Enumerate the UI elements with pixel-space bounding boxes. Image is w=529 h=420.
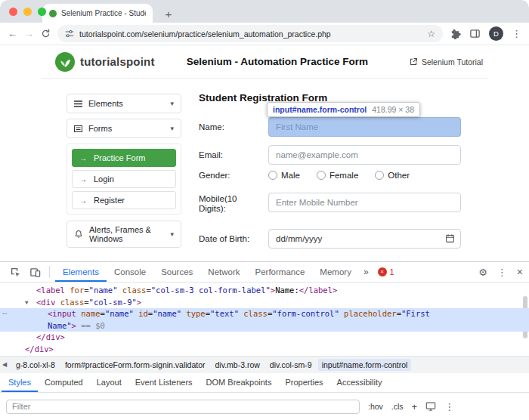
close-window-button[interactable] [9,8,17,16]
url-text: tutorialspoint.com/selenium/practice/sel… [79,29,422,39]
address-bar[interactable]: tutorialspoint.com/selenium/practice/sel… [57,25,443,42]
zoom-window-button[interactable] [38,8,46,16]
styles-tab-computed[interactable]: Computed [38,373,90,392]
email-row: Email: [199,145,472,165]
styles-more-icon[interactable]: ⋮ [444,402,454,412]
side-panel-icon[interactable] [469,28,481,39]
name-input[interactable] [268,117,461,137]
alerts-label: Alerts, Frames & Windows [89,225,159,243]
device-toolbar-icon[interactable] [26,267,44,278]
breadcrumb-item[interactable]: g-8.col-xl-8 [12,359,59,371]
sidebar-item-register[interactable]: → Register [72,191,176,209]
elements-tree: <label for="name" class="col-sm-3 col-fo… [0,283,529,356]
radio-circle-icon[interactable] [317,171,326,180]
line-actions-icon[interactable]: … [2,306,8,318]
registration-form: Student Registration Form input#name.for… [199,91,472,261]
tab-title: Selenium Practice - Student F [61,9,146,17]
breadcrumb-item[interactable]: input#name.form-control [318,359,412,371]
forms-accordion-body: → Practice Form → Login → Register [67,144,181,215]
browser-tab[interactable]: Selenium Practice - Student F [42,4,153,23]
mobile-input[interactable] [268,193,461,212]
radio-other[interactable]: Other [375,171,410,180]
settings-gear-icon[interactable]: ⚙ [478,267,487,277]
toolbar-divider [49,266,50,278]
dom-tree-line[interactable]: ▼<div class="col-sm-9"> [0,297,529,309]
email-input[interactable] [268,145,461,165]
external-link-icon [410,57,418,66]
dob-label: Date of Birth: [199,229,249,249]
class-toggle[interactable]: .cls [391,402,404,411]
hover-state-toggle[interactable]: :hov [368,402,383,411]
breadcrumb-item[interactable]: form#practiceForm.form-signin.validator [61,359,209,371]
sidebar-item-alerts-frames-windows[interactable]: Alerts, Frames & Windows ▾ [67,221,181,248]
name-input-wrap [268,117,461,137]
dom-tree-line[interactable]: </div> [0,332,529,344]
styles-tab-event-listeners[interactable]: Event Listeners [128,373,200,392]
devtools-actions: ⚙ ⋮ × [478,267,523,277]
selenium-tutorial-link[interactable]: Selenium Tutorial [410,57,483,66]
radio-circle-icon[interactable] [375,171,384,180]
dom-tree-line[interactable]: <label for="name" class="col-sm-3 col-fo… [0,285,529,297]
dob-input[interactable] [268,229,461,249]
styles-tab-layout[interactable]: Layout [90,373,128,392]
sidebar-item-forms[interactable]: Forms ▾ [67,119,181,138]
other-label: Other [388,171,410,180]
arrow-right-icon: → [79,154,87,162]
devtools-tab-sources[interactable]: Sources [153,262,200,282]
profile-avatar[interactable]: D [489,26,503,41]
radio-male[interactable]: Male [268,171,300,180]
site-settings-icon[interactable] [65,29,74,39]
brand-name: tutorialspoint [80,55,155,68]
expand-arrow-icon[interactable]: ▼ [25,297,36,309]
bookmark-star-icon[interactable]: ☆ [427,29,435,39]
styles-filter-input[interactable] [6,400,360,414]
devtools-tab-performance[interactable]: Performance [248,262,313,282]
devtools-tab-list: ElementsConsoleSourcesNetworkPerformance… [55,262,359,282]
more-tabs-icon[interactable]: » [360,267,372,277]
styles-tab-properties[interactable]: Properties [278,373,329,392]
breadcrumb-item[interactable]: div.mb-3.row [212,359,264,371]
dom-tree-line[interactable]: …<input name="name" id="name" type="text… [0,308,529,320]
new-tab-button[interactable]: + [162,8,175,20]
breadcrumb-scroll-left-icon[interactable]: ◀ [2,361,7,368]
devtools-tab-network[interactable]: Network [200,262,247,282]
breadcrumb-item[interactable]: div.col-sm-9 [266,359,316,371]
browser-menu-icon[interactable]: ⋮ [512,29,521,39]
dob-row: Date of Birth: [199,229,472,249]
male-label: Male [281,171,300,180]
inspect-element-icon[interactable] [6,267,24,278]
styles-tab-dom-breakpoints[interactable]: DOM Breakpoints [200,373,279,392]
styles-tab-accessibility[interactable]: Accessibility [330,373,389,392]
rendering-monitor-icon[interactable] [425,401,436,412]
devtools-tab-elements[interactable]: Elements [55,262,107,282]
devtools-close-button[interactable]: × [517,267,523,277]
sidebar-item-login[interactable]: → Login [72,170,176,188]
sidebar-item-elements[interactable]: Elements ▾ [67,94,181,113]
traffic-lights [9,8,46,16]
devtools-tab-memory[interactable]: Memory [312,262,359,282]
brand-logo-icon [55,52,75,72]
new-style-rule-button[interactable]: + [412,402,418,412]
dom-tree-line[interactable]: </div> [0,344,529,356]
dom-tree-line[interactable]: Name"> == $0 [0,320,529,332]
error-badge[interactable]: × 1 [378,267,394,276]
calendar-icon[interactable] [445,233,455,243]
tooltip-dimensions: 418.99 × 38 [372,105,414,114]
reload-button[interactable] [41,29,51,39]
arrow-right-icon: → [79,175,87,184]
forward-button[interactable]: → [24,29,34,39]
extensions-puzzle-icon[interactable] [450,28,461,39]
devtools-menu-icon[interactable]: ⋮ [497,267,507,277]
back-button[interactable]: ← [8,29,17,39]
page-title: Selenium - Automation Practice Form [187,56,368,67]
sidebar-elements-label: Elements [88,99,123,108]
devtools-tab-console[interactable]: Console [107,262,153,282]
tab-strip: Selenium Practice - Student F + [0,0,529,23]
brand[interactable]: tutorialspoint [55,52,155,72]
radio-circle-icon[interactable] [268,171,277,180]
sidebar-item-practice-form[interactable]: → Practice Form [72,149,176,167]
gender-row: Gender: Male Female Other [199,169,472,181]
minimize-window-button[interactable] [23,8,32,16]
styles-tab-styles[interactable]: Styles [2,373,38,392]
radio-female[interactable]: Female [317,171,358,180]
